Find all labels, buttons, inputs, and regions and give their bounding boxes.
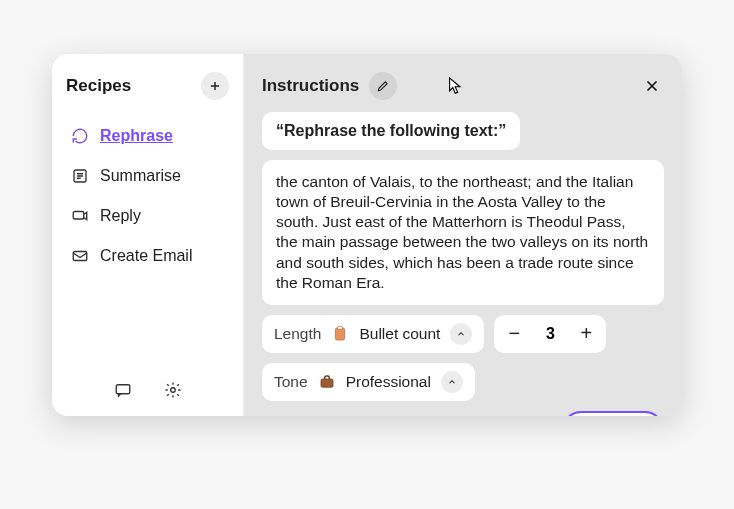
sidebar-item-summarise[interactable]: Summarise: [64, 158, 231, 194]
chevron-up-icon: [456, 329, 466, 339]
tone-control: Tone Professional: [262, 363, 475, 401]
bullet-count-value: 3: [544, 325, 556, 343]
briefcase-icon: [318, 373, 336, 391]
sidebar-item-rephrase[interactable]: Rephrase: [64, 118, 231, 154]
bullet-count-stepper: − 3 +: [494, 315, 606, 353]
input-text-box[interactable]: the canton of Valais, to the northeast; …: [262, 160, 664, 305]
svg-rect-1: [73, 212, 84, 220]
mail-icon: [70, 246, 90, 266]
sidebar-item-label: Rephrase: [100, 127, 173, 145]
app-window: Recipes Rephrase Summarise: [52, 54, 682, 416]
refresh-icon: [70, 126, 90, 146]
clipboard-icon: [331, 325, 349, 343]
svg-rect-3: [116, 385, 130, 394]
prompt-pill: “Rephrase the following text:”: [262, 112, 520, 150]
reply-icon: [70, 206, 90, 226]
increment-button[interactable]: +: [574, 322, 598, 346]
close-button[interactable]: [640, 74, 664, 98]
sidebar-item-label: Summarise: [100, 167, 181, 185]
feedback-button[interactable]: [113, 380, 133, 400]
length-controls-row: Length Bullet count − 3 +: [262, 315, 664, 353]
chevron-up-icon: [447, 377, 457, 387]
length-mode-value: Bullet count: [359, 325, 440, 343]
submit-row: Submit: [262, 411, 664, 416]
pencil-icon: [376, 79, 390, 93]
length-mode-dropdown[interactable]: [450, 323, 472, 345]
close-icon: [643, 77, 661, 95]
main-title: Instructions: [262, 76, 359, 96]
recipe-list: Rephrase Summarise Reply Create Email: [64, 118, 231, 274]
svg-point-4: [170, 388, 175, 393]
length-control: Length Bullet count: [262, 315, 484, 353]
sidebar-title: Recipes: [66, 76, 131, 96]
settings-button[interactable]: [163, 380, 183, 400]
length-label: Length: [274, 325, 321, 343]
svg-rect-6: [338, 326, 343, 329]
tone-dropdown[interactable]: [441, 371, 463, 393]
sidebar-footer: [64, 380, 231, 406]
sidebar-header: Recipes: [64, 72, 231, 114]
input-text: the canton of Valais, to the northeast; …: [276, 173, 648, 291]
add-recipe-button[interactable]: [201, 72, 229, 100]
sidebar-item-create-email[interactable]: Create Email: [64, 238, 231, 274]
sidebar-item-label: Reply: [100, 207, 141, 225]
list-icon: [70, 166, 90, 186]
prompt-text: “Rephrase the following text:”: [276, 122, 506, 139]
sidebar-item-label: Create Email: [100, 247, 192, 265]
main-panel: Instructions “Rephrase the following tex…: [244, 54, 682, 416]
gear-icon: [164, 381, 182, 399]
recipes-sidebar: Recipes Rephrase Summarise: [52, 54, 244, 416]
sidebar-item-reply[interactable]: Reply: [64, 198, 231, 234]
decrement-button[interactable]: −: [502, 322, 526, 346]
submit-button[interactable]: Submit: [562, 411, 664, 416]
tone-controls-row: Tone Professional: [262, 363, 664, 401]
tone-value: Professional: [346, 373, 431, 391]
plus-icon: [208, 79, 222, 93]
chat-icon: [114, 381, 132, 399]
edit-instructions-button[interactable]: [369, 72, 397, 100]
svg-rect-7: [321, 379, 333, 387]
main-header: Instructions: [262, 72, 664, 100]
tone-label: Tone: [274, 373, 308, 391]
svg-rect-2: [73, 252, 87, 261]
